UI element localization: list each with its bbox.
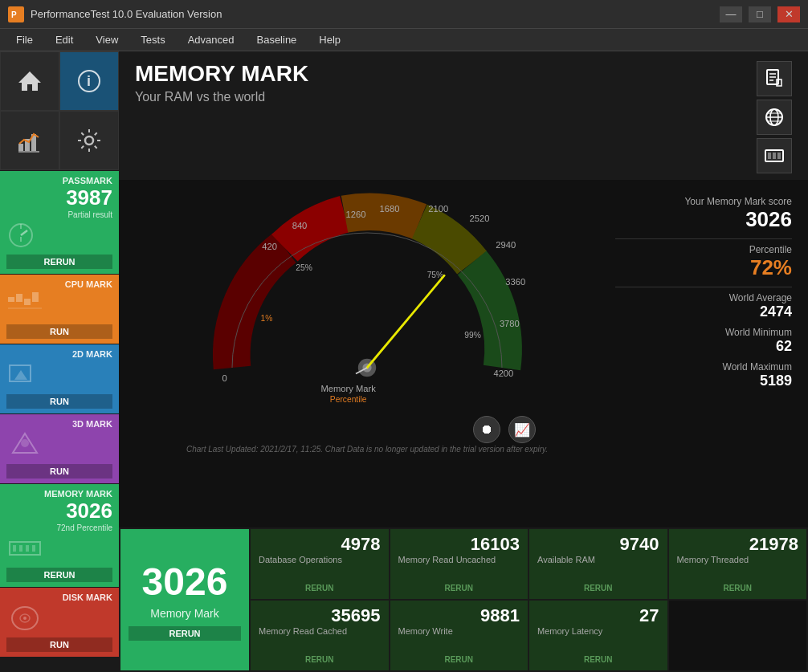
score-row: Your Memory Mark score 3026 <box>615 196 792 232</box>
metric-tiles-grid: 4978 Database Operations RERUN 16103 Mem… <box>251 529 806 670</box>
hardware-icon-btn[interactable] <box>757 138 792 173</box>
cpu-run-btn[interactable]: RUN <box>6 324 112 339</box>
twod-run-btn[interactable]: RUN <box>6 394 112 409</box>
sidebar: i PASSMARK 3987 <box>0 51 119 672</box>
sidebar-2d-card[interactable]: 2D MARK RUN <box>0 344 119 413</box>
svg-rect-26 <box>26 545 29 552</box>
percentile-label: Percentile <box>615 244 792 255</box>
svg-text:0: 0 <box>222 373 227 383</box>
score-label: Your Memory Mark score <box>615 196 792 207</box>
metric-btn-0[interactable]: RERUN <box>259 582 381 594</box>
maximize-button[interactable]: □ <box>749 6 771 22</box>
sidebar-disk-card[interactable]: DISK MARK RUN <box>0 587 119 657</box>
twod-label: 2D MARK <box>6 349 112 359</box>
menu-edit[interactable]: Edit <box>44 31 84 49</box>
app-icon: P <box>8 6 24 22</box>
globe-icon-btn[interactable] <box>757 100 792 135</box>
home-icon-btn[interactable] <box>0 51 59 111</box>
sidebar-memory-card[interactable]: MEMORY MARK 3026 72nd Percentile RERUN <box>0 483 119 587</box>
metric-tile-5: 9881 Memory Write RERUN <box>390 601 528 670</box>
memory-score: 3026 <box>6 499 112 523</box>
metric-btn-3[interactable]: RERUN <box>677 582 799 594</box>
svg-point-30 <box>23 617 27 620</box>
world-min-row: World Minimum 62 <box>615 327 792 355</box>
svg-line-62 <box>367 275 444 368</box>
big-tile-rerun-btn[interactable]: RERUN <box>129 626 241 641</box>
svg-text:3360: 3360 <box>505 277 525 287</box>
svg-text:1680: 1680 <box>380 204 400 214</box>
passmark-label: PASSMARK <box>6 176 112 185</box>
sidebar-passmark-card[interactable]: PASSMARK 3987 Partial result RERUN <box>0 170 119 274</box>
world-max-label: World Maximum <box>615 361 792 373</box>
twod-icon <box>6 359 112 391</box>
gauge-icon-1[interactable]: ⏺ <box>473 416 500 443</box>
settings-icon-btn[interactable] <box>59 111 119 170</box>
metric-tile-1: 16103 Memory Read Uncached RERUN <box>390 529 528 599</box>
page-subtitle: Your RAM vs the world <box>135 90 308 104</box>
svg-text:Memory Mark: Memory Mark <box>320 384 376 393</box>
menu-help[interactable]: Help <box>308 31 352 49</box>
header-icons <box>757 61 792 173</box>
metric-btn-4[interactable]: RERUN <box>259 654 381 666</box>
metric-btn-2[interactable]: RERUN <box>537 582 659 594</box>
menu-view[interactable]: View <box>84 31 129 49</box>
menu-advanced[interactable]: Advanced <box>177 31 246 49</box>
memory-rerun-btn[interactable]: RERUN <box>6 568 112 582</box>
percentile-row: Percentile 72% <box>615 244 792 280</box>
sidebar-cpu-card[interactable]: CPU MARK RUN <box>0 274 119 344</box>
metric-name-6: Memory Latency <box>537 626 659 654</box>
sidebar-3d-card[interactable]: 3D MARK RUN <box>0 413 119 483</box>
metric-name-2: Available RAM <box>537 555 659 582</box>
gauge-svg: 0 420 840 1260 1680 2100 2520 2940 <box>198 188 536 413</box>
menu-file[interactable]: File <box>5 31 44 49</box>
memory-label: MEMORY MARK <box>6 489 112 499</box>
svg-text:1%: 1% <box>260 314 272 323</box>
threed-icon <box>6 429 112 461</box>
minimize-button[interactable]: — <box>720 6 742 22</box>
passmark-rerun-btn[interactable]: RERUN <box>6 255 112 269</box>
metric-value-4: 35695 <box>259 605 381 626</box>
metric-value-5: 9881 <box>398 605 520 626</box>
metric-tile-0: 4978 Database Operations RERUN <box>251 529 389 599</box>
world-avg-label: World Average <box>615 292 792 303</box>
close-button[interactable]: ✕ <box>777 6 800 22</box>
titlebar: P PerformanceTest 10.0 Evaluation Versio… <box>0 0 808 29</box>
svg-text:420: 420 <box>262 242 277 251</box>
threed-run-btn[interactable]: RUN <box>6 464 112 479</box>
bottom-section: 3026 Memory Mark RERUN 4978 Database Ope… <box>119 527 808 672</box>
svg-rect-5 <box>18 144 23 151</box>
divider-2 <box>615 287 792 287</box>
world-min-value: 62 <box>615 338 792 355</box>
stats-panel: Your Memory Mark score 3026 Percentile 7… <box>615 188 792 519</box>
svg-rect-17 <box>32 292 39 302</box>
menu-tests[interactable]: Tests <box>129 31 176 49</box>
menu-baseline[interactable]: Baseline <box>245 31 308 49</box>
metric-name-3: Memory Threaded <box>677 555 799 582</box>
metric-name-4: Memory Read Cached <box>259 626 381 654</box>
metric-btn-1[interactable]: RERUN <box>398 582 520 594</box>
report-icon-btn[interactable] <box>757 61 792 96</box>
disk-run-btn[interactable]: RUN <box>6 637 112 652</box>
svg-text:3780: 3780 <box>500 319 520 328</box>
metric-btn-6[interactable]: RERUN <box>537 654 659 666</box>
world-min-label: World Minimum <box>615 327 792 338</box>
svg-marker-20 <box>14 370 27 380</box>
world-max-row: World Maximum 5189 <box>615 361 792 389</box>
world-avg-row: World Average 2474 <box>615 292 792 320</box>
metric-value-2: 9740 <box>537 534 659 555</box>
info-icon-btn[interactable]: i <box>59 51 119 111</box>
svg-text:i: i <box>87 73 91 89</box>
disk-label: DISK MARK <box>6 593 112 602</box>
percentile-value: 72% <box>615 255 792 280</box>
chart-icon-btn[interactable] <box>0 111 59 170</box>
svg-rect-42 <box>768 153 771 159</box>
content-header: MEMORY MARK Your RAM vs the world <box>119 51 808 180</box>
svg-text:1260: 1260 <box>346 210 366 219</box>
svg-text:4200: 4200 <box>493 369 513 378</box>
passmark-score: 3987 <box>6 185 112 210</box>
svg-rect-14 <box>8 297 14 302</box>
metric-btn-5[interactable]: RERUN <box>398 654 520 666</box>
gauge-icon-2[interactable]: 📈 <box>508 416 536 443</box>
metric-tile-3: 21978 Memory Threaded RERUN <box>669 529 807 599</box>
metric-value-0: 4978 <box>259 534 381 555</box>
